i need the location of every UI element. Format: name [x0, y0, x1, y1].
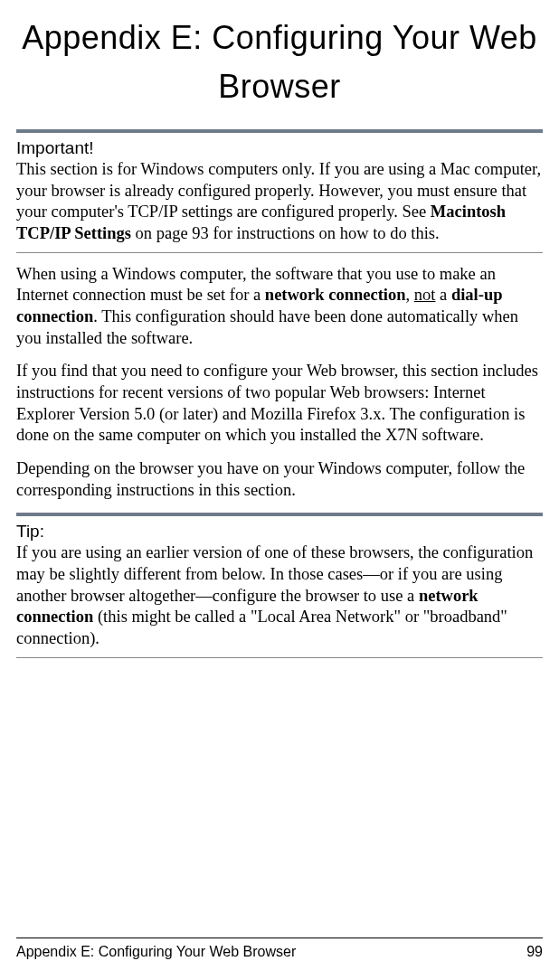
page-footer: Appendix E: Configuring Your Web Browser… — [16, 938, 543, 960]
important-body: This section is for Windows computers on… — [16, 159, 543, 245]
footer-page-number: 99 — [526, 944, 543, 960]
body-paragraph-1: When using a Windows computer, the softw… — [16, 264, 543, 350]
para1-bold-1: network connection — [265, 286, 406, 304]
body-paragraph-2: If you find that you need to configure y… — [16, 361, 543, 447]
important-heading: Important! — [16, 138, 543, 158]
important-callout: Important! This section is for Windows c… — [16, 129, 543, 253]
page-title: Appendix E: Configuring Your Web Browser — [16, 14, 543, 111]
tip-callout: Tip: If you are using an earlier version… — [16, 513, 543, 657]
important-text-2: on page 93 for instructions on how to do… — [131, 224, 440, 242]
tip-heading: Tip: — [16, 522, 543, 542]
body-paragraph-3: Depending on the browser you have on you… — [16, 458, 543, 501]
tip-body: If you are using an earlier version of o… — [16, 542, 543, 649]
para1-text-3: a — [435, 286, 450, 304]
para1-underline-1: not — [414, 286, 436, 304]
para1-text-2: , — [406, 286, 414, 304]
footer-left: Appendix E: Configuring Your Web Browser — [16, 944, 296, 960]
